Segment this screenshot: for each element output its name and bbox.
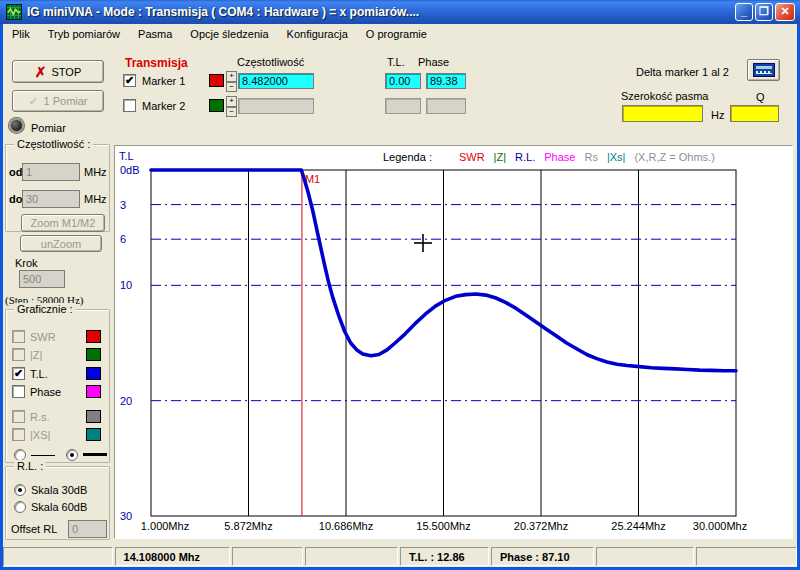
measure-led-icon xyxy=(9,118,24,133)
trace-label-swr: SWR xyxy=(30,331,56,343)
menu-item-tryb-pomiarów[interactable]: Tryb pomiarów xyxy=(39,26,129,42)
line-thick-radio[interactable] xyxy=(66,449,78,461)
tl-trace-plot[interactable]: 1.000Mhz5.872Mhz10.686Mhz15.500Mhz20.372… xyxy=(115,146,792,538)
trace-label-rs: R.s. xyxy=(30,411,50,423)
trace-checkbox-z[interactable] xyxy=(12,348,25,361)
trace-checkbox-swr[interactable] xyxy=(12,330,25,343)
freq-from-input[interactable] xyxy=(22,163,80,181)
frequency-group: Częstotliwość : od MHz do MHz Zoom M1/M2 xyxy=(5,144,110,232)
x-tick-label: 20.372Mhz xyxy=(514,520,568,532)
app-icon xyxy=(6,4,22,20)
marker2-spin-down[interactable]: − xyxy=(226,107,237,118)
single-measure-button[interactable]: ✓ 1 Pomiar xyxy=(12,90,104,112)
step-input[interactable] xyxy=(19,270,65,288)
offset-rl-label: Offset RL xyxy=(11,523,57,535)
trace-label-tl: T.L. xyxy=(30,368,48,380)
y-tick-label: 3 xyxy=(120,199,126,211)
x-tick-label: 5.872Mhz xyxy=(224,520,272,532)
marker1-checkbox[interactable]: ✔ xyxy=(123,74,136,87)
trace-label-phase: Phase xyxy=(30,386,61,398)
marker2-label: Marker 2 xyxy=(142,100,185,112)
bandwidth-field xyxy=(622,105,703,122)
marker2-tl-field xyxy=(385,98,421,114)
step-label: Krok xyxy=(15,257,38,269)
marker1-color-swatch xyxy=(209,74,224,87)
menu-item-plik[interactable]: Plik xyxy=(3,26,39,42)
calculator-icon xyxy=(753,63,775,77)
menu-bar: PlikTryb pomiarówPasmaOpcje śledzeniaKon… xyxy=(3,24,797,43)
phase-column-header: Phase xyxy=(418,56,449,68)
hz-unit-label: Hz xyxy=(711,109,724,121)
calculator-button[interactable] xyxy=(747,59,780,81)
rl-scale-group: R.L. : Skala 30dB Skala 60dB Offset RL xyxy=(5,466,110,540)
trace-swatch-xs xyxy=(86,428,101,441)
trace-checkbox-xs[interactable] xyxy=(12,428,25,441)
menu-item-konfiguracja[interactable]: Konfiguracja xyxy=(278,26,357,42)
tl-column-header: T.L. xyxy=(387,56,405,68)
title-bar: IG miniVNA - Mode : Transmisja ( COM4 : … xyxy=(0,0,800,24)
y-tick-label: 10 xyxy=(120,279,132,291)
status-bar: 14.108000 MhzT.L. : 12.86Phase : 87.10 xyxy=(3,545,797,567)
trace-swatch-swr xyxy=(86,330,101,343)
mode-label: Transmisja xyxy=(125,56,188,70)
trace-checkbox-phase[interactable] xyxy=(12,385,25,398)
freq-to-label: do xyxy=(9,193,22,205)
status-14-108000-mhz: 14.108000 Mhz xyxy=(115,547,231,566)
stop-button[interactable]: ✗ STOP xyxy=(12,60,104,83)
marker1-frequency-field[interactable]: 8.482000 xyxy=(238,73,314,89)
y-tick-label: 30 xyxy=(120,510,132,522)
rl-scale-group-title: R.L. : xyxy=(14,460,46,472)
x-tick-label: 1.000Mhz xyxy=(141,520,189,532)
freq-to-input[interactable] xyxy=(22,190,80,208)
marker1-tl-field: 0.00 xyxy=(385,73,421,89)
unzoom-button[interactable]: unZoom xyxy=(20,235,102,252)
chart-panel: T.L Legenda :SWR|Z|R.L.PhaseRs|Xs|(X,R,Z… xyxy=(114,145,793,539)
status-t-l-: T.L. : 12.86 xyxy=(400,547,489,566)
x-tick-label: 15.500Mhz xyxy=(416,520,470,532)
marker1-label: Marker 1 xyxy=(142,75,185,87)
marker2-frequency-field xyxy=(238,98,314,114)
marker2-spinner[interactable]: + − xyxy=(226,96,237,117)
trace-checkbox-tl[interactable]: ✔ xyxy=(12,367,25,380)
scale-60db-radio[interactable] xyxy=(14,501,26,513)
measurement-controls: Transmisja Częstotliwość T.L. Phase ✔ Ma… xyxy=(113,46,797,145)
status-empty-3 xyxy=(305,547,398,566)
marker1-spin-down[interactable]: − xyxy=(226,82,237,93)
check-icon: ✓ xyxy=(28,94,38,108)
frequency-group-title: Częstotliwość : xyxy=(14,138,93,150)
bandwidth-label: Szerokość pasma xyxy=(621,90,708,102)
trace-checkbox-rs[interactable] xyxy=(12,410,25,423)
trace-swatch-phase xyxy=(86,385,101,398)
trace-label-z: |Z| xyxy=(30,349,42,361)
graph-traces-group-title: Graficznie : xyxy=(14,303,76,315)
zoom-m1m2-button[interactable]: Zoom M1/M2 xyxy=(21,214,105,232)
offset-rl-input[interactable] xyxy=(68,520,107,538)
x-tick-label: 10.686Mhz xyxy=(319,520,373,532)
scale-60db-label: Skala 60dB xyxy=(31,501,87,513)
trace-swatch-rs xyxy=(86,410,101,423)
marker2-checkbox[interactable] xyxy=(123,99,136,112)
x-tick-label: 25.244Mhz xyxy=(611,520,665,532)
menu-item-o-programie[interactable]: O programie xyxy=(357,26,436,42)
scale-30db-radio[interactable] xyxy=(14,484,26,496)
menu-item-pasma[interactable]: Pasma xyxy=(129,26,181,42)
menu-item-opcje-śledzenia[interactable]: Opcje śledzenia xyxy=(181,26,277,42)
status-phase: Phase : 87.10 xyxy=(491,547,594,566)
minimize-button[interactable]: _ xyxy=(735,3,753,21)
close-button[interactable]: ✕ xyxy=(775,3,795,21)
q-label: Q xyxy=(756,91,765,103)
marker2-phase-field xyxy=(426,98,466,114)
delta-marker-label: Delta marker 1 al 2 xyxy=(636,66,729,78)
x-tick-label: 30.000Mhz xyxy=(693,520,747,532)
maximize-button[interactable]: ❐ xyxy=(755,3,773,21)
marker1-spinner[interactable]: + − xyxy=(226,71,237,92)
marker1-spin-up[interactable]: + xyxy=(226,71,237,82)
status-empty-0 xyxy=(3,547,113,566)
marker1-phase-field: 89.38 xyxy=(426,73,466,89)
freq-to-unit: MHz xyxy=(84,193,107,205)
marker2-color-swatch xyxy=(209,99,224,112)
q-field xyxy=(730,105,779,122)
y-tick-label: 6 xyxy=(120,233,126,245)
marker2-spin-up[interactable]: + xyxy=(226,96,237,107)
y-tick-label: 20 xyxy=(120,395,132,407)
